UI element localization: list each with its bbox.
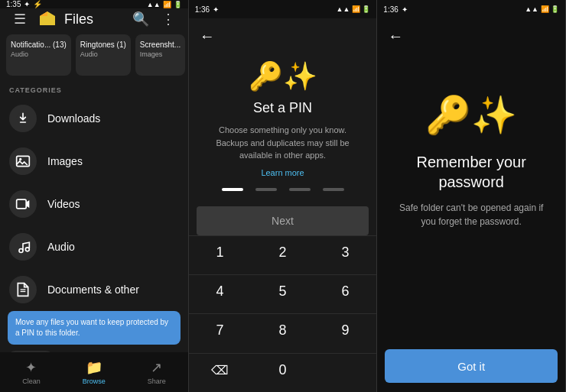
recent-card-2[interactable]: Screensht... Images [135,34,185,76]
category-audio[interactable]: Audio [0,225,188,268]
key-9[interactable]: 9 [314,313,376,347]
key-1[interactable]: 1 [189,235,252,269]
nav-share[interactable]: ↗ Share [125,359,188,385]
pin-emoji: 🔑✨ [249,60,317,92]
images-label: Images [47,155,83,167]
clean-label: Clean [22,377,41,385]
downloads-icon [9,105,37,132]
status-bar-2: 1:36 ✦ ▲▲ 📶 🔋 [189,0,377,18]
recent-card-sub-2: Images [140,50,181,58]
documents-label: Documents & other [47,283,139,296]
browse-label: Browse [83,377,106,385]
key-2[interactable]: 2 [252,235,314,269]
bt-icon: ✦ [24,0,30,8]
recent-card-sub-0: Audio [11,50,67,58]
audio-label: Audio [47,241,75,253]
battery-icon: 🔋 [174,1,182,8]
category-videos[interactable]: Videos [0,183,188,225]
safe-folder-tooltip: Move any files you want to keep protecte… [8,311,181,345]
pin-dot-1 [255,188,277,191]
pin-dot-2 [289,188,311,191]
remember-content: 🔑✨ Remember your password Safe folder ca… [377,48,565,392]
back-button-3[interactable]: ← [377,18,565,48]
key-5[interactable]: 5 [252,274,314,308]
status-bar-3: 1:36 ✦ ▲▲ 📶 🔋 [377,0,565,18]
screen-3-remember: 1:36 ✦ ▲▲ 📶 🔋 ← 🔑✨ Remember your passwor… [377,0,566,392]
pin-dots [222,188,344,191]
nav-clean[interactable]: ✦ Clean [0,359,63,385]
recent-card-title-2: Screensht... [140,40,181,49]
keypad: 1 2 3 4 5 6 7 8 9 ⌫ 0 [189,235,377,393]
browse-icon: 📁 [86,359,102,376]
key-8[interactable]: 8 [252,313,314,347]
videos-label: Videos [47,198,80,210]
time-3: 1:36 [383,5,398,14]
bottom-nav: ✦ Clean 📁 Browse ↗ Share [0,352,188,392]
app-title: Files [64,11,124,28]
search-icon[interactable]: 🔍 [130,11,151,28]
svg-marker-1 [40,11,47,16]
menu-icon[interactable]: ☰ [9,11,31,28]
audio-icon [9,233,37,261]
got-it-button[interactable]: Got it [385,349,558,383]
pin-setup-content: 🔑✨ Set a PIN Choose something only you k… [189,48,377,206]
category-downloads[interactable]: Downloads [0,97,188,140]
remember-emoji: 🔑✨ [425,94,517,137]
recent-files-row: Notificatio... (13) Audio Ringtones (1) … [0,30,188,80]
downloads-label: Downloads [47,112,100,125]
remember-description: Safe folder can't be opened again if you… [392,201,550,228]
pin-dot-3 [323,188,344,191]
files-logo [37,8,58,30]
screen-2-pin: 1:36 ✦ ▲▲ 📶 🔋 ← 🔑✨ Set a PIN Choose some… [189,0,378,392]
next-button[interactable]: Next [197,206,369,235]
key-7[interactable]: 7 [189,313,252,347]
svg-rect-6 [17,199,27,209]
time-1: 1:35 [6,0,21,8]
nav-browse[interactable]: 📁 Browse [63,359,125,385]
files-toolbar: ☰ Files 🔍 ⋮ [0,8,188,30]
learn-more-link[interactable]: Learn more [261,168,304,177]
videos-icon [9,190,37,218]
clean-icon: ✦ [25,359,37,376]
more-icon[interactable]: ⋮ [158,11,179,28]
signal-icon: 📶 [163,1,171,8]
category-images[interactable]: Images [0,140,188,183]
time-2: 1:36 [195,5,210,14]
key-6[interactable]: 6 [314,274,376,308]
back-button-2[interactable]: ← [189,18,377,48]
svg-point-5 [19,158,21,160]
share-icon: ↗ [151,359,162,376]
categories-label: CATEGORIES [0,80,188,97]
key-0[interactable]: 0 [252,353,314,387]
recent-card-title-0: Notificatio... (13) [11,40,67,49]
status-bar-1: 1:35 ✦ ⚡ ▲▲ 📶 🔋 [0,0,188,8]
key-empty [314,353,376,387]
pin-description: Choose something only you know. Backups … [204,124,362,162]
images-icon [9,147,37,175]
key-4[interactable]: 4 [189,274,252,308]
recent-card-title-1: Ringtones (1) [80,40,126,49]
documents-icon [9,276,37,303]
screen-1-files: 1:35 ✦ ⚡ ▲▲ 📶 🔋 ☰ Files 🔍 ⋮ Notificatio.… [0,0,189,392]
charge-icon: ⚡ [33,0,42,8]
recent-card-sub-1: Audio [80,50,126,58]
remember-title: Remember your password [392,152,550,192]
pin-title: Set a PIN [253,100,312,116]
share-label: Share [148,377,166,385]
wifi-icon: ▲▲ [147,1,161,8]
recent-card-1[interactable]: Ringtones (1) Audio [76,34,131,76]
pin-dot-0 [222,188,243,191]
key-3[interactable]: 3 [314,235,376,269]
category-documents[interactable]: Documents & other [0,268,188,311]
recent-card-0[interactable]: Notificatio... (13) Audio [6,34,71,76]
key-backspace[interactable]: ⌫ [189,353,252,387]
